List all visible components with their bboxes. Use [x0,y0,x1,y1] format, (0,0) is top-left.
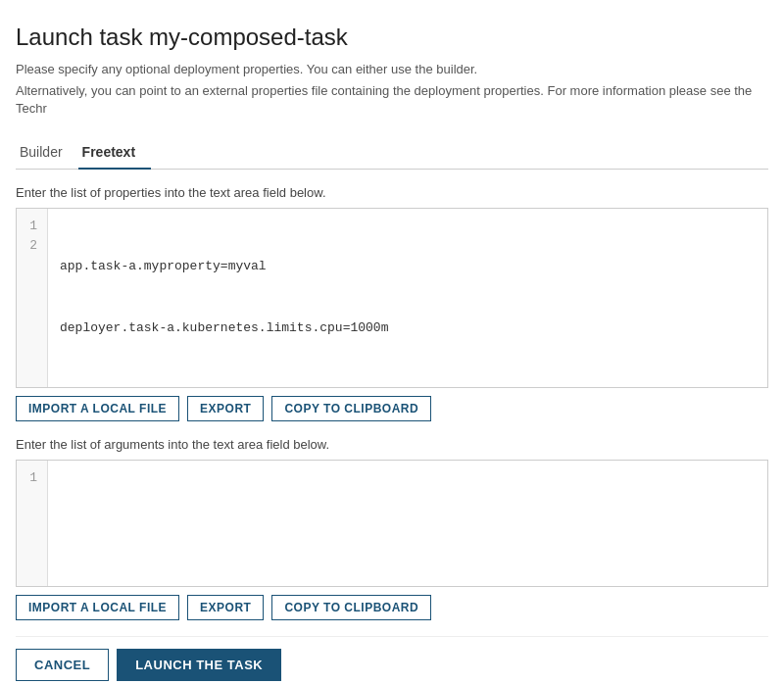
arguments-line-numbers: 1 [17,461,48,586]
import-local-file-button-args[interactable]: IMPORT A LOCAL FILE [16,595,179,620]
arguments-button-row: IMPORT A LOCAL FILE EXPORT COPY TO CLIPB… [16,595,768,620]
properties-editor[interactable]: 1 2 app.task-a.myproperty=myval deployer… [16,208,768,388]
properties-line-2: deployer.task-a.kubernetes.limits.cpu=10… [60,318,756,339]
tab-builder[interactable]: Builder [16,136,78,170]
copy-clipboard-button-props[interactable]: COPY TO CLIPBOARD [271,396,431,421]
arguments-section: Enter the list of arguments into the tex… [16,437,768,620]
import-local-file-button-props[interactable]: IMPORT A LOCAL FILE [16,396,179,421]
export-button-props[interactable]: EXPORT [187,396,264,421]
arg-line-number-1: 1 [26,468,37,489]
page-title: Launch task my-composed-task [16,24,768,51]
tab-freetext[interactable]: Freetext [78,136,151,170]
properties-button-row: IMPORT A LOCAL FILE EXPORT COPY TO CLIPB… [16,396,768,421]
properties-label: Enter the list of properties into the te… [16,185,768,200]
arguments-code-content[interactable] [48,461,767,586]
properties-line-numbers: 1 2 [17,209,48,387]
launch-task-button[interactable]: LAUNCH THE TASK [117,649,281,681]
description-line1: Please specify any optional deployment p… [16,61,768,78]
properties-code-content[interactable]: app.task-a.myproperty=myval deployer.tas… [48,209,767,387]
line-number-1: 1 [26,217,37,237]
copy-clipboard-button-args[interactable]: COPY TO CLIPBOARD [271,595,431,620]
properties-line-1: app.task-a.myproperty=myval [60,257,756,277]
description-line2: Alternatively, you can point to an exter… [16,82,768,118]
arguments-editor[interactable]: 1 [16,460,768,587]
cancel-button[interactable]: CANCEL [16,649,109,681]
footer-actions: CANCEL LAUNCH THE TASK [16,636,768,681]
properties-section: Enter the list of properties into the te… [16,185,768,421]
line-number-2: 2 [26,236,37,257]
arguments-label: Enter the list of arguments into the tex… [16,437,768,452]
export-button-args[interactable]: EXPORT [187,595,264,620]
tabs-bar: Builder Freetext [16,136,768,170]
